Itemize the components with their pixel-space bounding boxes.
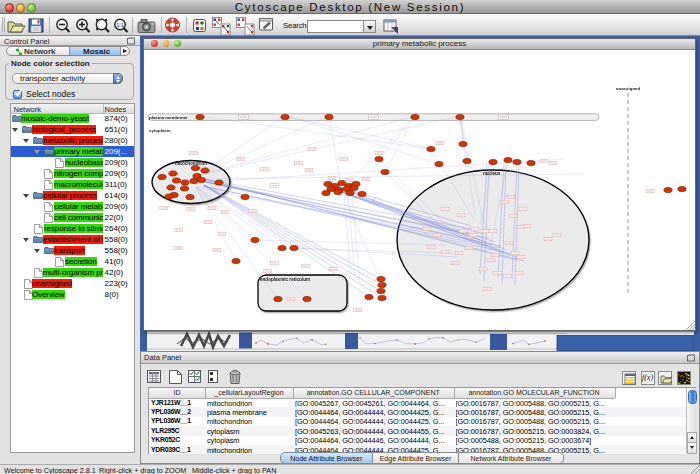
svg-text:mitochondrion: mitochondrion bbox=[175, 161, 207, 166]
svg-text:1:1: 1:1 bbox=[117, 22, 124, 28]
svg-text:nucleus: nucleus bbox=[483, 171, 501, 176]
svg-text:plasma membrane: plasma membrane bbox=[149, 115, 188, 120]
svg-text:endoplasmic reticulum: endoplasmic reticulum bbox=[260, 277, 310, 282]
svg-text:cytoplasm: cytoplasm bbox=[149, 128, 171, 133]
svg-text:unassigned: unassigned bbox=[616, 86, 641, 91]
